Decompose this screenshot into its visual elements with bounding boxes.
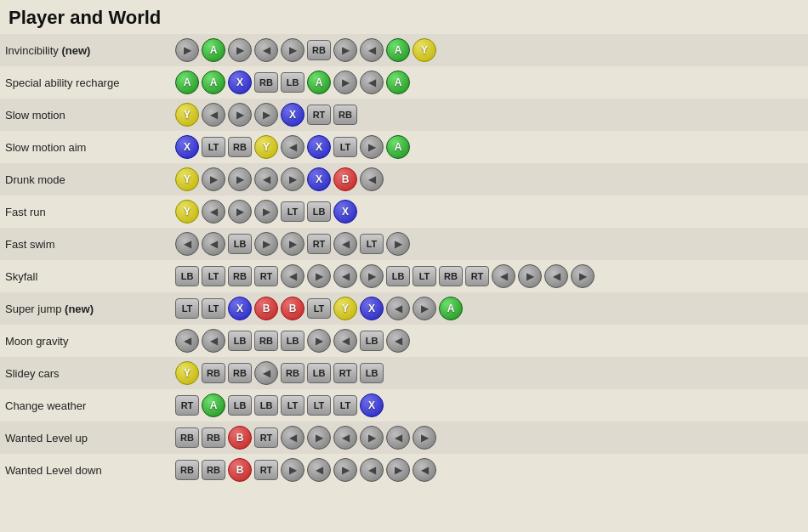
cheat-buttons: LBLTRBRT◀▶◀▶LBLTRBRT◀▶◀▶: [170, 260, 808, 292]
dpad-right: ▶: [281, 167, 304, 191]
dpad-left: ◀: [386, 297, 410, 320]
dpad-right: ▶: [175, 38, 199, 62]
button-rt: RT: [254, 460, 278, 480]
cheat-label: Wanted Level up: [0, 422, 170, 454]
table-row: Super jump (new)LTLTXBBLTYX◀▶A: [0, 292, 808, 325]
dpad-right: ▶: [333, 38, 357, 62]
dpad-right: ▶: [254, 103, 278, 127]
button-rt: RT: [254, 266, 278, 286]
table-row: Drunk modeY▶▶◀▶XB◀: [0, 163, 808, 195]
dpad-left: ◀: [413, 458, 436, 482]
table-row: Slow motionY◀▶▶XRTRB: [0, 99, 808, 131]
button-lb: LB: [228, 395, 252, 416]
button-lt: LT: [307, 395, 331, 416]
blue-ball-x: X: [281, 103, 304, 127]
cheat-label: Slidey cars: [0, 357, 170, 389]
dpad-right: ▶: [307, 426, 331, 450]
green-ball-a: A: [386, 38, 410, 62]
dpad-right: ▶: [333, 71, 357, 94]
dpad-left: ◀: [333, 329, 357, 353]
red-ball-b: B: [281, 297, 304, 320]
dpad-left: ◀: [333, 426, 357, 450]
button-rb: RB: [439, 266, 463, 286]
button-lt: LT: [202, 298, 225, 319]
cheat-label: Special ability recharge: [0, 66, 170, 99]
cheat-buttons: YRBRB◀RBLBRTLB: [170, 357, 808, 389]
dpad-left: ◀: [254, 361, 278, 385]
button-lt: LT: [413, 266, 436, 286]
dpad-left: ◀: [492, 264, 515, 288]
yellow-ball-y: Y: [175, 167, 199, 191]
yellow-ball-y: Y: [175, 103, 199, 127]
yellow-ball-y: Y: [175, 200, 199, 224]
dpad-left: ◀: [254, 38, 278, 62]
dpad-right: ▶: [281, 232, 304, 256]
button-lb: LB: [281, 72, 304, 93]
table-row: Fast runY◀▶▶LTLBX: [0, 195, 808, 228]
yellow-ball-y: Y: [254, 135, 278, 159]
table-row: Slidey carsYRBRB◀RBLBRTLB: [0, 357, 808, 389]
blue-ball-x: X: [228, 71, 252, 94]
dpad-left: ◀: [254, 167, 278, 191]
cheat-label: Super jump (new): [0, 292, 170, 325]
yellow-ball-y: Y: [333, 297, 357, 320]
button-rb: RB: [228, 363, 252, 383]
green-ball-a: A: [386, 135, 410, 159]
cheat-label: Fast swim: [0, 228, 170, 260]
button-rt: RT: [175, 395, 199, 416]
button-lb: LB: [360, 331, 384, 351]
dpad-right: ▶: [307, 264, 331, 288]
blue-ball-x: X: [307, 167, 331, 191]
button-rb: RB: [175, 460, 199, 480]
cheat-label: Wanted Level down: [0, 454, 170, 486]
dpad-left: ◀: [360, 71, 384, 94]
cheat-label: Change weather: [0, 389, 170, 422]
yellow-ball-y: Y: [413, 38, 436, 62]
cheat-label: Moon gravity: [0, 325, 170, 357]
blue-ball-x: X: [360, 393, 384, 417]
table-row: SkyfallLBLTRBRT◀▶◀▶LBLTRBRT◀▶◀▶: [0, 260, 808, 292]
cheat-buttons: RBRBBRT▶◀▶◀▶◀: [170, 454, 808, 486]
cheat-buttons: Y▶▶◀▶XB◀: [170, 163, 808, 195]
table-row: Fast swim◀◀LB▶▶RT◀LT▶: [0, 228, 808, 260]
green-ball-a: A: [307, 71, 331, 94]
button-lb: LB: [228, 234, 252, 254]
dpad-left: ◀: [281, 426, 304, 450]
dpad-right: ▶: [360, 426, 384, 450]
dpad-right: ▶: [228, 200, 252, 224]
button-lt: LT: [307, 298, 331, 319]
button-rb: RB: [333, 105, 357, 125]
button-lt: LT: [333, 137, 357, 157]
dpad-right: ▶: [333, 458, 357, 482]
table-row: Change weatherRTALBLBLTLTLTX: [0, 389, 808, 422]
dpad-left: ◀: [175, 329, 199, 353]
green-ball-a: A: [202, 393, 225, 417]
dpad-right: ▶: [413, 297, 436, 320]
button-rb: RB: [175, 427, 199, 448]
dpad-left: ◀: [333, 232, 357, 256]
dpad-right: ▶: [413, 426, 436, 450]
dpad-right: ▶: [254, 200, 278, 224]
dpad-right: ▶: [360, 135, 384, 159]
dpad-right: ▶: [228, 103, 252, 127]
dpad-left: ◀: [202, 103, 225, 127]
dpad-left: ◀: [544, 264, 568, 288]
dpad-right: ▶: [228, 167, 252, 191]
dpad-left: ◀: [333, 264, 357, 288]
cheat-buttons: RBRBBRT◀▶◀▶◀▶: [170, 422, 808, 454]
button-rt: RT: [333, 363, 357, 383]
button-lb: LB: [281, 331, 304, 351]
button-rb: RB: [202, 427, 225, 448]
cheat-buttons: Y◀▶▶LTLBX: [170, 195, 808, 228]
cheat-buttons: Y◀▶▶XRTRB: [170, 99, 808, 131]
table-row: Wanted Level downRBRBBRT▶◀▶◀▶◀: [0, 454, 808, 486]
dpad-left: ◀: [175, 232, 199, 256]
button-lt: LT: [281, 395, 304, 416]
dpad-left: ◀: [360, 38, 384, 62]
cheat-label: Fast run: [0, 195, 170, 228]
dpad-right: ▶: [571, 264, 595, 288]
table-row: Moon gravity◀◀LBRBLB▶◀LB◀: [0, 325, 808, 357]
dpad-right: ▶: [386, 232, 410, 256]
cheat-label: Invincibility (new): [0, 34, 170, 66]
dpad-left: ◀: [281, 264, 304, 288]
